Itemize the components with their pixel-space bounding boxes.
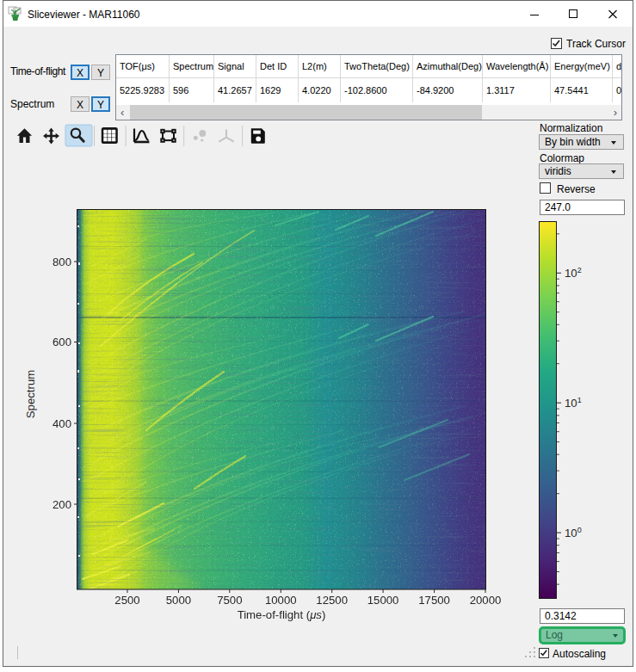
svg-text:600: 600 [52, 336, 71, 348]
svg-text:200: 200 [52, 498, 71, 511]
svg-text:102: 102 [565, 266, 582, 280]
svg-text:2500: 2500 [114, 594, 139, 607]
svg-text:800: 800 [52, 256, 71, 268]
svg-text:Spectrum: Spectrum [24, 370, 37, 418]
svg-text:Time-of-flight (μs): Time-of-flight (μs) [238, 608, 326, 621]
svg-text:12500: 12500 [316, 594, 348, 607]
svg-text:400: 400 [52, 417, 71, 430]
svg-text:10000: 10000 [265, 594, 297, 607]
svg-text:17500: 17500 [418, 594, 450, 607]
svg-text:100: 100 [565, 526, 582, 539]
svg-text:5000: 5000 [166, 594, 191, 607]
svg-text:101: 101 [565, 396, 582, 410]
svg-text:15000: 15000 [367, 594, 399, 607]
svg-text:20000: 20000 [470, 594, 502, 607]
svg-text:7500: 7500 [217, 594, 242, 607]
